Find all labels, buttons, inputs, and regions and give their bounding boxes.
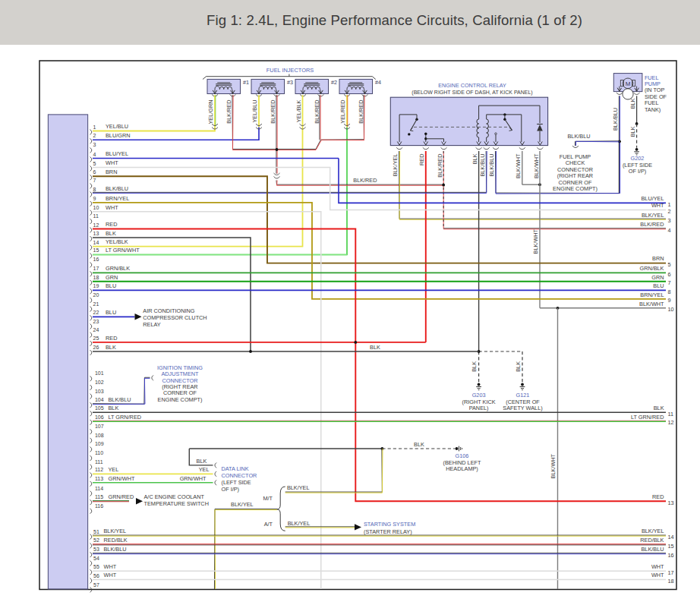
svg-text:TEMPERATURE SWITCH: TEMPERATURE SWITCH: [144, 500, 209, 507]
svg-text:ENGINE COMPT): ENGINE COMPT): [158, 396, 203, 403]
svg-text:#4: #4: [375, 79, 381, 86]
svg-text:SAFETY WALL): SAFETY WALL): [503, 405, 542, 411]
svg-text:WHT: WHT: [104, 572, 117, 578]
svg-text:OF I/P): OF I/P): [629, 168, 647, 175]
svg-text:BLK/WHT: BLK/WHT: [532, 228, 539, 254]
svg-text:BLK/WHT: BLK/WHT: [515, 153, 522, 178]
svg-text:YEL/GRN: YEL/GRN: [207, 100, 214, 124]
svg-text:OF I/P): OF I/P): [222, 486, 240, 493]
svg-text:16: 16: [93, 257, 99, 262]
svg-text:104: 104: [95, 397, 104, 402]
svg-text:BLK/YEL: BLK/YEL: [104, 528, 127, 534]
svg-text:1: 1: [668, 201, 671, 208]
svg-text:BLK: BLK: [629, 98, 636, 109]
svg-text:BLK: BLK: [414, 441, 424, 448]
svg-text:STARTING SYSTEM: STARTING SYSTEM: [364, 521, 415, 528]
svg-text:BLK/WHT: BLK/WHT: [550, 453, 557, 478]
svg-text:BLK/YEL: BLK/YEL: [642, 212, 664, 219]
svg-text:114: 114: [95, 486, 103, 491]
svg-text:15: 15: [93, 247, 99, 253]
svg-text:111: 111: [95, 459, 103, 465]
svg-text:WHT: WHT: [106, 204, 118, 211]
svg-text:BLK/BLU: BLK/BLU: [612, 108, 619, 131]
svg-text:110: 110: [95, 450, 103, 455]
svg-text:BLU: BLU: [653, 282, 664, 289]
svg-text:RELAY: RELAY: [143, 321, 161, 328]
svg-text:3: 3: [93, 142, 96, 147]
svg-text:RED: RED: [106, 221, 117, 228]
svg-text:BRN/YEL: BRN/YEL: [640, 291, 664, 298]
svg-text:51: 51: [93, 529, 99, 534]
svg-text:GRN: GRN: [106, 274, 118, 281]
svg-text:113: 113: [95, 476, 103, 481]
svg-text:BLK/YEL: BLK/YEL: [288, 520, 311, 527]
svg-text:#1: #1: [243, 79, 249, 86]
svg-text:21: 21: [93, 301, 99, 307]
svg-text:WHT: WHT: [651, 563, 664, 570]
svg-text:BLU: BLU: [106, 282, 116, 289]
svg-text:107: 107: [95, 424, 104, 429]
svg-text:18: 18: [668, 578, 674, 585]
svg-text:23: 23: [93, 319, 99, 324]
svg-text:BLK/YEL: BLK/YEL: [287, 484, 310, 491]
svg-text:RED/BLK: RED/BLK: [640, 537, 664, 544]
svg-text:105: 105: [95, 405, 104, 411]
svg-text:11: 11: [668, 411, 674, 418]
svg-text:BRN: BRN: [652, 255, 664, 262]
svg-text:RED/BLK: RED/BLK: [104, 537, 128, 544]
svg-text:DATA LINK: DATA LINK: [222, 465, 249, 472]
svg-text:WHT: WHT: [651, 572, 664, 578]
svg-text:BLK: BLK: [106, 230, 116, 237]
svg-text:3: 3: [668, 217, 671, 224]
svg-text:52: 52: [93, 537, 99, 543]
svg-text:115: 115: [95, 494, 103, 499]
svg-text:15: 15: [668, 543, 674, 550]
svg-text:12: 12: [668, 419, 674, 426]
svg-text:18: 18: [93, 275, 99, 280]
svg-text:A/T: A/T: [264, 521, 273, 528]
svg-text:12: 12: [93, 222, 99, 228]
svg-text:PANEL): PANEL): [469, 405, 489, 411]
svg-text:7: 7: [93, 178, 96, 183]
svg-text:#3: #3: [287, 79, 293, 86]
svg-text:RED: RED: [652, 493, 664, 500]
svg-text:101: 101: [95, 370, 104, 376]
svg-text:BLK/BLU: BLK/BLU: [567, 133, 590, 140]
svg-text:108: 108: [95, 433, 104, 438]
svg-text:BLK: BLK: [370, 344, 380, 351]
svg-text:BLK/BLU: BLK/BLU: [106, 185, 128, 192]
svg-text:22: 22: [93, 310, 99, 315]
svg-text:BLK/RED: BLK/RED: [353, 177, 377, 184]
svg-text:102: 102: [95, 380, 104, 385]
svg-text:BLK/RED: BLK/RED: [314, 100, 320, 124]
svg-text:TANK): TANK): [645, 106, 661, 113]
svg-text:BLK/BLU: BLK/BLU: [488, 154, 495, 177]
svg-text:(LEFT SIDE: (LEFT SIDE: [222, 479, 251, 486]
svg-text:9: 9: [668, 297, 671, 304]
svg-text:BLK: BLK: [629, 126, 636, 137]
svg-text:17: 17: [668, 569, 674, 576]
svg-text:BLK/BLU: BLK/BLU: [479, 154, 486, 177]
svg-text:GRN/RED: GRN/RED: [109, 493, 134, 500]
svg-text:BLK/RED: BLK/RED: [437, 154, 443, 178]
svg-text:5: 5: [93, 161, 96, 166]
svg-text:BLK/RED: BLK/RED: [358, 100, 364, 124]
svg-text:ENGINE COMPT): ENGINE COMPT): [553, 185, 598, 192]
svg-text:116: 116: [95, 503, 103, 509]
svg-text:6: 6: [93, 169, 96, 175]
svg-text:13: 13: [668, 499, 674, 506]
svg-text:M/T: M/T: [263, 495, 273, 502]
svg-text:57: 57: [93, 582, 99, 588]
svg-text:RED: RED: [418, 154, 425, 165]
svg-text:26: 26: [93, 345, 99, 350]
svg-text:YEL/RED: YEL/RED: [339, 100, 346, 124]
svg-text:14: 14: [93, 240, 99, 245]
svg-text:7: 7: [668, 279, 671, 286]
svg-text:24: 24: [93, 327, 99, 332]
svg-text:8: 8: [93, 187, 96, 192]
svg-text:10: 10: [668, 306, 674, 313]
svg-text:LT GRN/RED: LT GRN/RED: [109, 414, 142, 421]
svg-text:BLU/GRN: BLU/GRN: [106, 132, 130, 139]
svg-text:5: 5: [668, 261, 671, 268]
svg-text:BLU: BLU: [106, 309, 116, 316]
